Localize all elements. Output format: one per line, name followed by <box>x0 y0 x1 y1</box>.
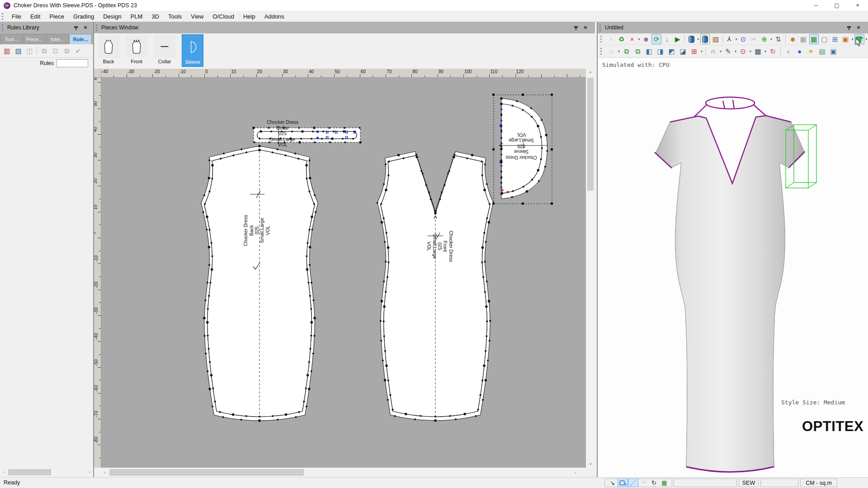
drop-cloth-icon[interactable]: ↓ <box>662 34 672 44</box>
clear-simulation-icon[interactable]: × <box>627 34 637 44</box>
scroll-left-icon[interactable]: ‹ <box>101 468 108 477</box>
canvas-hscrollbar[interactable]: ‹ › <box>94 468 586 477</box>
cloth-properties-icon-dropdown[interactable]: ▾ <box>697 34 700 44</box>
wrap-down-icon[interactable]: ◩ <box>666 46 677 56</box>
sewing-machine-icon[interactable] <box>618 479 628 487</box>
menu-item-3d[interactable]: 3D <box>147 11 164 22</box>
open-library-icon[interactable]: ▧ <box>13 46 24 56</box>
pin-icon[interactable] <box>74 25 79 31</box>
add-cloth-icon-dropdown[interactable]: ▾ <box>700 47 703 56</box>
menu-item-design[interactable]: Design <box>99 11 126 22</box>
stitch-points-icon[interactable]: ⋰ <box>628 479 638 487</box>
stamp-pattern-icon[interactable]: ▩ <box>753 46 763 56</box>
split-view-icon[interactable]: ⊞ <box>830 34 840 44</box>
magnet-tool-icon-dropdown[interactable]: ▾ <box>719 47 722 56</box>
menu-item-ocloud[interactable]: O/Cloud <box>208 11 239 22</box>
menu-item-view[interactable]: View <box>186 11 208 22</box>
scroll-right-icon[interactable]: › <box>86 468 93 477</box>
place-front-icon[interactable]: ⧉ <box>621 46 632 56</box>
show-mesh-icon[interactable]: ▦ <box>798 34 808 44</box>
menu-item-file[interactable]: File <box>7 11 26 22</box>
avatar-properties-icon[interactable]: ☻ <box>788 34 797 44</box>
snapshot-icon[interactable]: ▣ <box>828 46 839 56</box>
shaded-sphere-icon[interactable]: ● <box>794 46 805 56</box>
piece-thumbnail-collar[interactable]: Collar <box>154 34 175 67</box>
new-library-icon[interactable]: ▥ <box>2 46 12 56</box>
axis-widget-icon[interactable]: Y <box>725 34 734 44</box>
menu-item-plm[interactable]: PLM <box>126 11 147 22</box>
tab-inter[interactable]: Inter... <box>46 34 69 44</box>
load-avatar-icon[interactable]: ☻ <box>641 34 651 44</box>
tab-tool[interactable]: Tool... <box>0 34 23 44</box>
scroll-thumb[interactable] <box>109 469 304 476</box>
wrap-left-icon[interactable]: ◧ <box>644 46 654 56</box>
axis-widget-icon-dropdown[interactable]: ▾ <box>735 34 738 44</box>
texture-swatch-icon[interactable]: ▨ <box>711 34 720 44</box>
drape-fabric-icon[interactable]: ◪ <box>678 46 688 56</box>
simulate-icon[interactable]: ⟳ <box>651 34 661 44</box>
add-cloth-icon[interactable]: ⊞ <box>689 46 699 56</box>
scroll-up-icon[interactable]: ˄ <box>586 69 595 76</box>
tab-rule[interactable]: Rule... <box>69 34 92 44</box>
rules-input[interactable] <box>57 59 88 67</box>
show-garment-icon-dropdown[interactable]: ▾ <box>865 34 868 44</box>
record-simulation-icon[interactable]: ▶ <box>673 34 682 44</box>
reset-simulation-icon[interactable]: ♻ <box>617 34 626 44</box>
minimize-button[interactable]: ─ <box>806 0 826 11</box>
pin-tool-icon[interactable]: ⊙ <box>738 46 748 56</box>
scroll-thumb[interactable] <box>587 78 594 191</box>
measure-scale-icon[interactable]: ↘ <box>607 479 618 487</box>
close-icon[interactable]: × <box>582 24 589 31</box>
piece-thumbnail-sleeve[interactable]: Sleeve <box>182 34 203 67</box>
render-settings-icon-dropdown[interactable]: ▾ <box>851 34 854 44</box>
close-button[interactable]: × <box>847 0 868 11</box>
select-mode-icon[interactable]: ◌ <box>606 46 617 56</box>
pattern-piece-front[interactable] <box>377 145 510 422</box>
mesh-quality-icon[interactable]: ▦ <box>809 34 819 44</box>
magnet-tool-icon[interactable]: ∩ <box>708 46 718 56</box>
scroll-down-icon[interactable]: ˅ <box>586 460 595 468</box>
canvas-vscrollbar[interactable]: ˄ ˅ <box>586 69 595 468</box>
scroll-left-icon[interactable]: ‹ <box>0 468 7 477</box>
close-icon[interactable]: × <box>82 24 89 31</box>
menu-item-tools[interactable]: Tools <box>164 11 186 22</box>
rotate-arc-icon[interactable]: ↻ <box>649 479 659 487</box>
pattern-piece-back[interactable] <box>192 145 318 422</box>
scroll-right-icon[interactable]: › <box>571 468 579 477</box>
menu-item-grading[interactable]: Grading <box>69 11 99 22</box>
pattern-grid-icon[interactable]: ▦ <box>659 479 670 487</box>
pin-tool-icon-dropdown[interactable]: ▾ <box>749 47 752 56</box>
wrap-right-icon[interactable]: ◨ <box>655 46 665 56</box>
step-spinner-icon[interactable]: ⇅ <box>774 34 783 44</box>
pen-tool-icon-dropdown[interactable]: ▾ <box>734 47 737 56</box>
place-back-icon[interactable]: ⧉ <box>632 46 643 56</box>
menu-item-help[interactable]: Help <box>239 11 260 22</box>
cloth-properties-icon[interactable] <box>686 34 696 44</box>
blank-view-icon[interactable]: ▢ <box>820 34 829 44</box>
pen-tool-icon[interactable]: ✎ <box>723 46 733 56</box>
menu-item-addons[interactable]: Addons <box>260 11 289 22</box>
inspect-report-icon[interactable]: ⊙ <box>738 34 748 44</box>
rules-scrollbar[interactable]: ‹ › <box>0 468 93 477</box>
select-mode-icon-dropdown[interactable]: ▾ <box>617 47 621 56</box>
piece-thumbnail-back[interactable]: Back <box>98 34 119 67</box>
close-icon[interactable]: × <box>855 24 862 31</box>
pin-icon[interactable] <box>847 25 852 31</box>
piece-thumbnail-front[interactable]: Front <box>126 34 147 67</box>
stamp-pattern-icon-dropdown[interactable]: ▾ <box>764 47 767 56</box>
clear-simulation-icon-dropdown[interactable]: ▾ <box>637 34 641 44</box>
light-icon[interactable]: ✶ <box>806 46 816 56</box>
maximize-button[interactable]: ▢ <box>826 0 847 11</box>
add-measure-icon[interactable]: ⊕ <box>760 34 769 44</box>
tab-piece[interactable]: Piece... <box>23 34 46 44</box>
cloth-selected-icon[interactable] <box>700 34 710 44</box>
background-image-icon[interactable]: ▤ <box>817 46 827 56</box>
pattern-canvas[interactable]: Chocker DressBack025Small,LargeVOLChocke… <box>101 78 586 468</box>
scroll-thumb[interactable] <box>8 469 51 475</box>
pin-icon[interactable] <box>574 25 579 31</box>
menu-item-edit[interactable]: Edit <box>26 11 45 22</box>
render-settings-icon[interactable]: ▣ <box>841 34 850 44</box>
menu-item-piece[interactable]: Piece <box>45 11 69 22</box>
matte-sphere-icon[interactable]: ● <box>783 46 793 56</box>
rotate-gizmo-icon[interactable]: ↻ <box>768 46 778 56</box>
